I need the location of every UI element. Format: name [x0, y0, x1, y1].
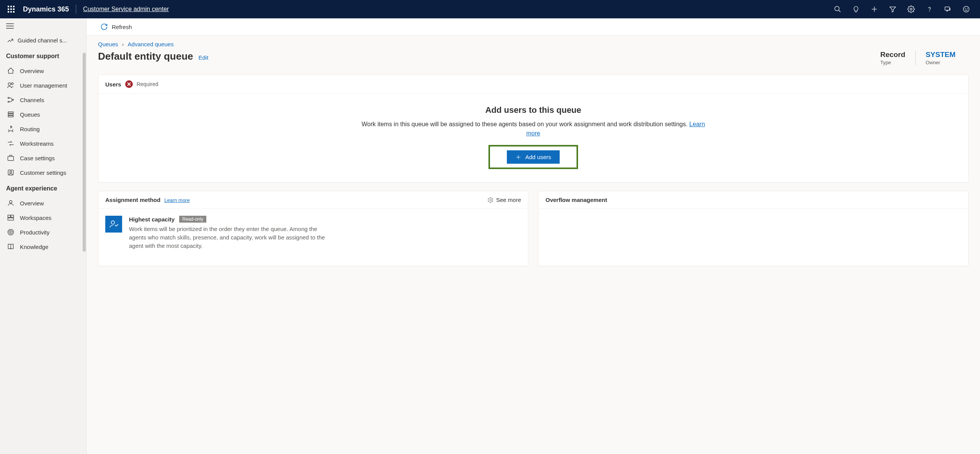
chat-icon[interactable]	[939, 0, 957, 18]
breadcrumb-advanced-queues[interactable]: Advanced queues	[128, 41, 174, 47]
app-name-link[interactable]: Customer Service admin center	[83, 6, 169, 13]
svg-rect-18	[8, 112, 13, 113]
method-description: Work items will be prioritized in the or…	[129, 225, 328, 250]
assignment-learn-more-link[interactable]: Learn more	[164, 197, 189, 203]
customer-icon	[7, 169, 15, 176]
overflow-title: Overflow management	[546, 197, 607, 203]
workspaces-icon	[7, 214, 15, 221]
guided-channel-icon	[7, 37, 14, 45]
record-type-label: Type	[880, 60, 905, 65]
plus-icon	[515, 154, 521, 160]
svg-point-7	[964, 7, 969, 12]
users-card: Users Required Add users to this queue W…	[98, 75, 969, 182]
smiley-icon[interactable]	[957, 0, 975, 18]
owner-value[interactable]: SYSTEM	[926, 50, 956, 59]
capacity-icon	[105, 216, 122, 233]
sidebar-scrollbar[interactable]	[83, 53, 86, 252]
svg-rect-6	[945, 7, 950, 10]
sidebar-item-user-management[interactable]: User management	[0, 78, 85, 93]
queues-icon	[7, 111, 15, 118]
empty-state-title: Add users to this queue	[110, 105, 957, 115]
home-icon	[7, 67, 15, 75]
header-actions	[828, 0, 975, 18]
required-label: Required	[137, 81, 158, 87]
sidebar-section-customer-support: Customer support	[0, 47, 85, 63]
sidebar-item-productivity[interactable]: Productivity	[0, 225, 85, 239]
svg-rect-26	[11, 215, 14, 217]
svg-rect-19	[8, 114, 13, 115]
svg-point-23	[10, 171, 12, 173]
sidebar-item-label: Routing	[20, 126, 40, 132]
breadcrumb-queues[interactable]: Queues	[98, 41, 118, 47]
sidebar-item-overview[interactable]: Overview	[0, 63, 85, 78]
sidebar-item-label: Workstreams	[20, 140, 54, 147]
users-icon	[7, 81, 15, 89]
record-type-value: Record	[880, 50, 905, 59]
refresh-button[interactable]: Refresh	[112, 24, 132, 30]
assignment-title: Assignment method	[105, 197, 160, 203]
svg-point-14	[11, 83, 13, 85]
svg-point-9	[967, 8, 967, 9]
channels-icon	[7, 96, 15, 104]
sidebar-item-workspaces[interactable]: Workspaces	[0, 210, 85, 225]
app-launcher-icon[interactable]	[5, 3, 18, 16]
briefcase-icon	[7, 154, 15, 162]
sidebar-item-label: Case settings	[20, 155, 55, 161]
sidebar-item-overview-agent[interactable]: Overview	[0, 196, 85, 210]
sidebar-section-agent-experience: Agent experience	[0, 180, 85, 196]
routing-icon	[7, 125, 15, 133]
empty-state-desc: Work items in this queue will be assigne…	[357, 120, 709, 138]
refresh-icon	[100, 23, 108, 31]
sidebar-item-queues[interactable]: Queues	[0, 107, 85, 122]
settings-icon[interactable]	[902, 0, 920, 18]
sidebar-item-label: Queues	[20, 111, 40, 118]
svg-point-0	[835, 7, 840, 11]
svg-rect-21	[8, 156, 14, 161]
svg-rect-20	[8, 116, 13, 117]
lightbulb-icon[interactable]	[847, 0, 865, 18]
sidebar-item-label: Guided channel s...	[18, 37, 67, 44]
svg-point-28	[8, 229, 14, 235]
knowledge-icon	[7, 243, 15, 251]
svg-rect-27	[8, 218, 14, 220]
sidebar-item-knowledge[interactable]: Knowledge	[0, 239, 85, 254]
sidebar-item-case-settings[interactable]: Case settings	[0, 151, 85, 165]
search-icon[interactable]	[828, 0, 847, 18]
svg-point-30	[10, 232, 11, 233]
method-name: Highest capacity	[129, 216, 175, 223]
sidebar-item-label: Customer settings	[20, 169, 66, 176]
sidebar-item-routing[interactable]: Routing	[0, 122, 85, 136]
add-users-highlight: Add users	[488, 145, 578, 169]
owner-label: Owner	[926, 60, 956, 65]
person-icon	[7, 199, 15, 207]
overflow-management-card: Overflow management	[538, 191, 969, 266]
sidebar-item-channels[interactable]: Channels	[0, 93, 85, 107]
svg-point-13	[8, 83, 11, 85]
svg-line-1	[839, 10, 841, 12]
sidebar-item-label: Overview	[20, 200, 44, 207]
svg-point-36	[111, 221, 115, 224]
sidebar-item-label: User management	[20, 82, 67, 89]
svg-rect-25	[8, 215, 11, 217]
page-title: Default entity queue	[98, 50, 193, 62]
add-icon[interactable]	[865, 0, 884, 18]
brand-label: Dynamics 365	[23, 5, 69, 13]
svg-point-16	[8, 101, 9, 102]
sidebar-item-guided-channel[interactable]: Guided channel s...	[0, 35, 85, 47]
filter-icon[interactable]	[884, 0, 902, 18]
assignment-method-card: Assignment method Learn more See more	[98, 191, 528, 266]
sidebar-item-workstreams[interactable]: Workstreams	[0, 136, 85, 151]
gear-icon	[488, 197, 494, 203]
main-content: Refresh Queues › Advanced queues Default…	[87, 18, 980, 454]
see-more-button[interactable]: See more	[488, 197, 521, 203]
svg-point-24	[10, 200, 12, 203]
sidebar-item-label: Overview	[20, 68, 44, 74]
help-icon[interactable]	[920, 0, 939, 18]
svg-point-8	[965, 8, 965, 9]
sidebar-item-label: Knowledge	[20, 244, 48, 250]
edit-link[interactable]: Edit	[198, 54, 208, 61]
sidebar-toggle[interactable]	[0, 18, 86, 35]
readonly-badge: Read-only	[179, 216, 206, 223]
sidebar-item-customer-settings[interactable]: Customer settings	[0, 165, 85, 180]
add-users-button[interactable]: Add users	[507, 150, 560, 164]
